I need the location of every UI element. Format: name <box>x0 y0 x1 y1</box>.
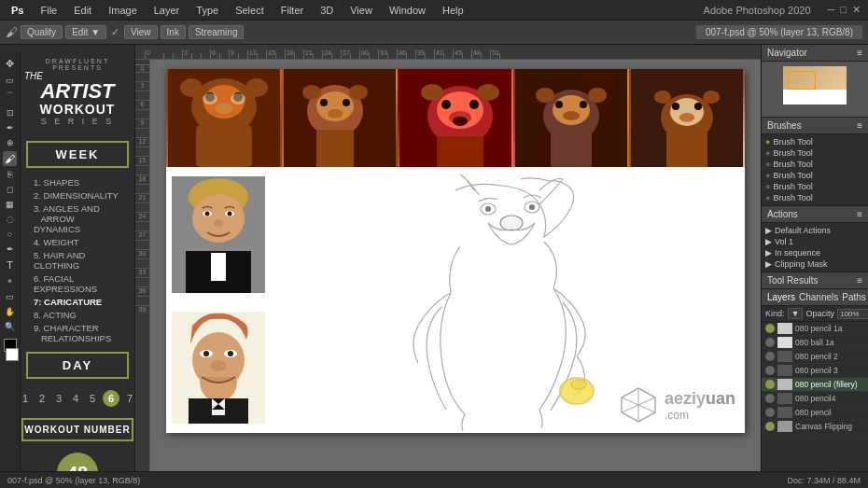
layer-item[interactable]: 080 pencil 1a <box>762 322 868 336</box>
artist-action-4[interactable]: ▶ Clipping Mask <box>765 258 864 270</box>
tool-lasso[interactable]: ⌒ <box>4 89 16 105</box>
brush-tool-3[interactable]: ● Brush Tool <box>765 159 864 170</box>
tool-dodge[interactable]: ○ <box>6 228 14 241</box>
workout-number-display: 48 <box>57 453 98 471</box>
nav-item-caricature[interactable]: 7: CARICATURE <box>34 295 121 308</box>
brush-tool-5[interactable]: ● Brush Tool <box>765 181 864 192</box>
ref-img-3 <box>398 69 513 167</box>
menu-select[interactable]: Select <box>231 3 268 18</box>
nav-item-dimensionality[interactable]: 2. DIMENSIONALITY <box>34 188 121 202</box>
menu-layer[interactable]: Layer <box>150 3 184 18</box>
menu-3d[interactable]: 3D <box>316 3 337 18</box>
nav-item-character[interactable]: 9. CHARACTER RELATIONSHIPS <box>34 321 121 344</box>
file-tab[interactable]: 007-f.psd @ 50% (layer 13, RGB/8) <box>696 25 862 39</box>
brushes-expand-icon[interactable]: ≡ <box>857 120 862 131</box>
layer-item[interactable]: 080 pencil 3 <box>762 364 868 378</box>
menu-window[interactable]: Window <box>385 3 429 18</box>
nav-viewport-rect <box>788 71 816 90</box>
brush-icon[interactable]: 🖌 <box>6 25 18 39</box>
layer-item[interactable]: 080 pencil 2 <box>762 350 868 364</box>
day-button[interactable]: DAY <box>26 352 129 379</box>
tool-text[interactable]: T <box>5 258 15 272</box>
layers-tab[interactable]: Layers <box>767 292 795 302</box>
tool-crop[interactable]: ⊡ <box>5 106 16 119</box>
brush-tool-4[interactable]: ● Brush Tool <box>765 170 864 181</box>
logo-artist: ARTIST <box>24 81 131 102</box>
week-button[interactable]: WEEK <box>26 141 129 168</box>
svg-point-55 <box>214 219 223 227</box>
nav-item-angles[interactable]: 3. ANGLES AND ARROW DYNAMICS <box>34 202 121 235</box>
toolbar-ink[interactable]: Ink <box>161 25 186 39</box>
day-4[interactable]: 4 <box>69 393 82 404</box>
day-1[interactable]: 1 <box>21 393 32 404</box>
maximize-btn[interactable]: □ <box>840 4 847 16</box>
tool-clone[interactable]: ⎘ <box>6 168 14 181</box>
menu-view[interactable]: View <box>346 3 376 18</box>
nav-item-hair[interactable]: 5. HAIR AND CLOTHING <box>34 248 121 272</box>
layer-item[interactable]: 080 ball 1a <box>762 336 868 350</box>
toolbar-view[interactable]: View <box>124 25 158 39</box>
tool-marquee[interactable]: ▭ <box>4 74 16 87</box>
logo-presents: DRAWFLUENT PRESENTS <box>24 58 131 71</box>
minimize-btn[interactable]: ─ <box>828 4 835 16</box>
watermark-brand: aeziyuan <box>665 389 735 409</box>
brush-tool-6[interactable]: ● Brush Tool <box>765 192 864 203</box>
svg-point-15 <box>343 99 350 106</box>
layer-opacity-input[interactable] <box>837 309 868 319</box>
layer-item[interactable]: Canvas Flipping <box>762 420 868 434</box>
artist-action-1[interactable]: ▶ Default Actions <box>765 225 864 236</box>
svg-point-28 <box>453 117 468 126</box>
canvas-container[interactable]: aeziyuan .com <box>150 60 761 471</box>
tool-pen[interactable]: ✒ <box>5 243 16 256</box>
tool-zoom[interactable]: 🔍 <box>3 320 17 333</box>
artist-action-2[interactable]: ▶ Vol 1 <box>765 236 864 247</box>
brush-tool-1[interactable]: ● Brush Tool <box>765 136 864 147</box>
tool-results-icon[interactable]: ≡ <box>857 275 862 286</box>
panel-expand-icon[interactable]: ≡ <box>857 48 862 58</box>
tool-hand[interactable]: ✋ <box>3 305 17 318</box>
workout-number-button[interactable]: WORKOUT NUMBER <box>21 418 133 441</box>
artist-action-3[interactable]: ▶ In sequence <box>765 247 864 258</box>
layer-item[interactable]: 080 pencil4 <box>762 392 868 406</box>
menu-type[interactable]: Type <box>192 3 222 18</box>
nav-item-acting[interactable]: 8. ACTING <box>34 308 121 321</box>
menu-file[interactable]: File <box>36 3 61 18</box>
layer-item[interactable]: 080 pencil <box>762 406 868 420</box>
toolbar-streaming[interactable]: Streaming <box>189 25 245 39</box>
tool-eyedropper[interactable]: ✒ <box>5 121 16 134</box>
nav-item-facial[interactable]: 6. FACIAL EXPRESSIONS <box>34 272 121 295</box>
navigator-thumbnail[interactable] <box>762 62 868 118</box>
actions-expand-icon[interactable]: ≡ <box>857 209 862 219</box>
menu-edit[interactable]: Edit <box>70 3 95 18</box>
nav-item-weight[interactable]: 4. WEIGHT <box>34 235 121 248</box>
tool-move[interactable]: ✥ <box>4 56 16 72</box>
toolbar-edit[interactable]: Edit ▼ <box>65 25 106 39</box>
day-7[interactable]: 7 <box>123 393 134 404</box>
layer-kind-select[interactable]: ▼ <box>788 308 804 319</box>
menu-help[interactable]: Help <box>439 3 468 18</box>
menu-ps[interactable]: Ps <box>7 3 27 18</box>
brush-tool-2[interactable]: ● Brush Tool <box>765 147 864 159</box>
day-2[interactable]: 2 <box>35 393 49 404</box>
tool-path[interactable]: ⌖ <box>6 274 14 288</box>
day-3[interactable]: 3 <box>52 393 65 404</box>
layer-item[interactable]: 080 pencil (fillery) <box>762 378 868 392</box>
tool-blur[interactable]: ◌ <box>5 213 16 226</box>
day-6[interactable]: 6 <box>103 390 119 407</box>
tool-gradient[interactable]: ▦ <box>4 198 16 211</box>
tool-shape[interactable]: ▭ <box>4 290 16 303</box>
toolbar-check[interactable]: ✓ <box>111 26 119 38</box>
close-btn[interactable]: ✕ <box>852 4 861 16</box>
nav-item-shapes[interactable]: 1. SHAPES <box>34 175 121 188</box>
paths-tab[interactable]: Paths <box>842 292 866 302</box>
background-color[interactable] <box>6 348 19 361</box>
tool-brush[interactable]: 🖌 <box>3 151 17 166</box>
svg-point-38 <box>588 88 607 103</box>
tool-eraser[interactable]: ◻ <box>5 183 15 196</box>
day-5[interactable]: 5 <box>86 393 99 404</box>
toolbar-quality[interactable]: Quality <box>21 25 63 39</box>
menu-image[interactable]: Image <box>105 3 141 18</box>
channels-tab[interactable]: Channels <box>799 292 838 302</box>
tool-heal[interactable]: ⊕ <box>5 136 16 149</box>
menu-filter[interactable]: Filter <box>277 3 307 18</box>
